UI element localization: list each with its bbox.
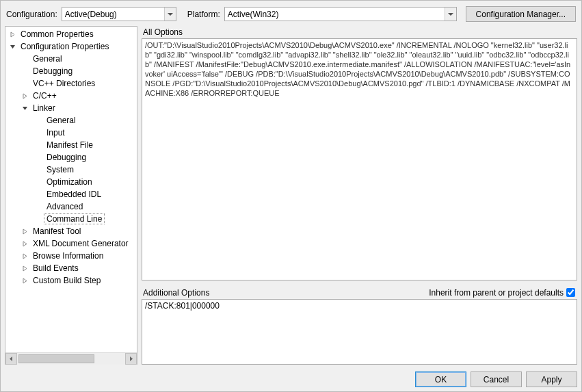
tree-item-label: XML Document Generator bbox=[30, 238, 131, 249]
tree-item[interactable]: Advanced bbox=[5, 200, 137, 213]
platform-label: Platform: bbox=[187, 10, 220, 19]
tree-item-label: Manifest Tool bbox=[30, 226, 83, 237]
platform-value: Active(Win32) bbox=[228, 10, 279, 19]
cancel-button[interactable]: Cancel bbox=[471, 371, 522, 387]
tree-item-label: Optimization bbox=[44, 177, 95, 187]
tree-item-label: C/C++ bbox=[30, 90, 59, 101]
configuration-label: Configuration: bbox=[6, 10, 57, 19]
all-options-label: All Options bbox=[143, 27, 577, 37]
twisty-open-icon[interactable] bbox=[21, 104, 29, 112]
chevron-down-icon bbox=[445, 8, 456, 21]
tree-item[interactable]: System bbox=[5, 164, 137, 176]
tree-item-label: General bbox=[44, 115, 79, 126]
scrollbar-thumb[interactable] bbox=[18, 354, 94, 363]
configuration-select[interactable]: Active(Debug) bbox=[62, 7, 176, 21]
configuration-manager-button[interactable]: Configuration Manager... bbox=[466, 6, 576, 22]
twisty-closed-icon[interactable] bbox=[21, 252, 29, 260]
scroll-left-icon[interactable] bbox=[5, 353, 17, 365]
tree-item[interactable]: Manifest File bbox=[5, 139, 137, 151]
tree-item-label: General bbox=[30, 53, 65, 64]
scroll-right-icon[interactable] bbox=[125, 353, 137, 365]
tree-item[interactable]: Debugging bbox=[5, 151, 137, 164]
tree-item[interactable]: VC++ Directories bbox=[5, 77, 137, 90]
tree-item-label: System bbox=[44, 164, 77, 175]
tree-item[interactable]: Linker bbox=[5, 102, 137, 114]
tree-scroll: Common PropertiesConfiguration Propertie… bbox=[5, 27, 137, 352]
twisty-open-icon[interactable] bbox=[8, 42, 16, 51]
tree-item-label: Common Properties bbox=[18, 29, 96, 40]
inherit-label: Inherit from parent or project defaults bbox=[429, 288, 564, 298]
tree-item[interactable]: General bbox=[5, 53, 137, 65]
twisty-closed-icon[interactable] bbox=[21, 239, 29, 248]
horizontal-scrollbar[interactable] bbox=[5, 352, 137, 364]
property-pages-panel: Configuration: Active(Debug) Platform: A… bbox=[0, 0, 582, 392]
twisty-closed-icon[interactable] bbox=[21, 264, 29, 272]
tree-item[interactable]: Manifest Tool bbox=[5, 225, 137, 237]
tree-item[interactable]: Custom Build Step bbox=[5, 274, 137, 287]
ok-button[interactable]: OK bbox=[415, 371, 466, 387]
tree-item-label: Linker bbox=[30, 103, 58, 114]
tree-item-label: Browse Information bbox=[30, 250, 106, 261]
configuration-value: Active(Debug) bbox=[65, 10, 117, 19]
tree-item-label: Input bbox=[44, 127, 68, 138]
tree-item-label: Advanced bbox=[44, 201, 85, 212]
chevron-down-icon bbox=[164, 8, 176, 21]
tree-item[interactable]: Build Events bbox=[5, 262, 137, 274]
scrollbar-track[interactable] bbox=[17, 353, 125, 365]
apply-button[interactable]: Apply bbox=[526, 371, 577, 387]
dialog-button-row: OK Cancel Apply bbox=[5, 371, 577, 387]
tree-item[interactable]: C/C++ bbox=[5, 90, 137, 102]
tree-item[interactable]: Debugging bbox=[5, 65, 137, 77]
right-pane: All Options /OUT:"D:\VisualStudio2010Pro… bbox=[142, 26, 577, 365]
tree-item[interactable]: Browse Information bbox=[5, 250, 137, 262]
tree-item[interactable]: Input bbox=[5, 127, 137, 139]
twisty-closed-icon[interactable] bbox=[21, 92, 29, 100]
twisty-closed-icon[interactable] bbox=[21, 227, 29, 235]
tree-item-label: Debugging bbox=[30, 66, 75, 77]
tree-item-label: Custom Build Step bbox=[30, 275, 103, 286]
twisty-closed-icon[interactable] bbox=[8, 30, 16, 38]
tree-item[interactable]: Common Properties bbox=[5, 28, 137, 40]
tree-item[interactable]: General bbox=[5, 114, 137, 127]
tree-item[interactable]: Embedded IDL bbox=[5, 188, 137, 200]
tree-item-label: Manifest File bbox=[44, 140, 96, 151]
tree-item[interactable]: Command Line bbox=[5, 213, 137, 225]
twisty-closed-icon[interactable] bbox=[21, 276, 29, 285]
property-tree[interactable]: Common PropertiesConfiguration Propertie… bbox=[5, 26, 137, 365]
tree-item-label: VC++ Directories bbox=[30, 78, 98, 89]
tree-item-label: Configuration Properties bbox=[18, 41, 111, 52]
additional-options-label: Additional Options bbox=[143, 288, 209, 298]
all-options-textarea[interactable]: /OUT:"D:\VisualStudio2010Projects\ACMVS2… bbox=[142, 38, 577, 280]
tree-item-label: Embedded IDL bbox=[44, 189, 104, 200]
platform-select[interactable]: Active(Win32) bbox=[224, 7, 457, 21]
tree-item[interactable]: Optimization bbox=[5, 176, 137, 188]
tree-item-label: Command Line bbox=[44, 213, 105, 224]
additional-options-textarea[interactable]: /STACK:801|000000 bbox=[142, 299, 577, 365]
tree-item-label: Build Events bbox=[30, 263, 81, 274]
top-config-row: Configuration: Active(Debug) Platform: A… bbox=[5, 3, 577, 26]
tree-item[interactable]: XML Document Generator bbox=[5, 237, 137, 250]
inherit-checkbox[interactable] bbox=[566, 288, 575, 297]
tree-item[interactable]: Configuration Properties bbox=[5, 40, 137, 53]
main-area: Common PropertiesConfiguration Propertie… bbox=[5, 26, 577, 365]
tree-item-label: Debugging bbox=[44, 152, 89, 163]
